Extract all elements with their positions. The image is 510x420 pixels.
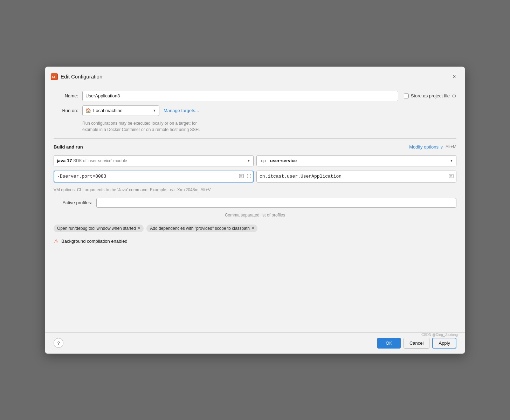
cancel-button[interactable]: Cancel: [404, 338, 429, 349]
bg-compilation-row: ⚠ Background compilation enabled: [54, 238, 456, 245]
vm-fullscreen-icon[interactable]: [246, 173, 252, 180]
apply-button[interactable]: Apply: [432, 338, 456, 349]
vm-expand-text-icon[interactable]: [238, 173, 244, 180]
tag-add-dependencies: Add dependencies with "provided" scope t…: [146, 225, 257, 232]
vm-options-input[interactable]: [54, 171, 254, 183]
tag-add-dependencies-label: Add dependencies with "provided" scope t…: [150, 226, 250, 231]
close-button[interactable]: ×: [449, 72, 459, 82]
run-on-label: Run on:: [54, 108, 78, 113]
tag-open-tool-window: Open run/debug tool window when started …: [54, 225, 144, 232]
build-run-header: Build and run Modify options ∨ Alt+M: [54, 144, 456, 150]
error-icon: ⚠: [54, 238, 58, 245]
name-store-row: Name: Store as project file ⚙: [54, 91, 456, 101]
help-button[interactable]: ?: [54, 338, 63, 348]
footer-buttons: OK Cancel Apply: [377, 338, 456, 349]
store-project-row: Store as project file ⚙: [404, 93, 456, 99]
edit-configuration-dialog: IJ Edit Configuration × Name: Store as p…: [45, 67, 465, 354]
main-class-input[interactable]: [256, 171, 456, 183]
dialog-body: Name: Store as project file ⚙ Run on: 🏠 …: [45, 85, 465, 332]
sdk-version: java 17: [57, 158, 72, 163]
dropdowns-row: java 17 SDK of 'user-service' module ▼ -…: [54, 155, 456, 166]
title-bar: IJ Edit Configuration ×: [45, 67, 465, 85]
run-on-row: Run on: 🏠 Local machine ▼ Manage targets…: [54, 105, 456, 116]
sdk-dropdown[interactable]: java 17 SDK of 'user-service' module ▼: [54, 155, 254, 166]
active-profiles-input[interactable]: [96, 198, 456, 208]
run-on-hint: Run configurations may be executed local…: [82, 120, 456, 133]
store-project-checkbox[interactable]: [404, 94, 409, 98]
cp-arrow-icon: ▼: [450, 159, 453, 163]
ok-button[interactable]: OK: [377, 338, 401, 349]
bg-compilation-text: Background compilation enabled: [61, 239, 127, 244]
vm-input-icons: [238, 173, 252, 180]
active-profiles-label: Active profiles:: [54, 200, 92, 205]
dialog-footer: ? OK Cancel Apply: [45, 332, 465, 353]
gear-icon[interactable]: ⚙: [452, 93, 456, 99]
tag-add-dependencies-close[interactable]: ×: [252, 226, 254, 230]
vm-options-row: [54, 171, 456, 183]
active-profiles-row: Active profiles:: [54, 198, 456, 208]
name-label: Name:: [54, 93, 78, 98]
app-icon: IJ: [51, 73, 58, 80]
name-input[interactable]: [82, 91, 398, 101]
run-on-dropdown[interactable]: 🏠 Local machine ▼: [82, 105, 159, 116]
main-class-wrapper: [256, 171, 456, 183]
name-section: Name:: [54, 91, 398, 101]
tag-open-tool-window-close[interactable]: ×: [138, 226, 140, 230]
home-icon: 🏠: [85, 108, 91, 113]
svg-text:IJ: IJ: [52, 75, 55, 79]
store-project-label: Store as project file: [411, 93, 450, 98]
tag-open-tool-window-label: Open run/debug tool window when started: [57, 226, 136, 231]
run-on-arrow-icon: ▼: [153, 109, 156, 112]
manage-targets-link[interactable]: Manage targets...: [164, 108, 199, 113]
watermark: CSDN @Ding_Jiaxiong: [421, 333, 458, 337]
vm-input-wrapper: [54, 171, 254, 183]
cp-value: user-service: [270, 158, 297, 163]
sdk-arrow-icon: ▼: [247, 159, 250, 163]
tags-row: Open run/debug tool window when started …: [54, 225, 456, 232]
build-run-title: Build and run: [54, 144, 83, 150]
profiles-hint: Comma separated list of profiles: [54, 213, 456, 218]
vm-options-hint: VM options. CLI arguments to the 'Java' …: [54, 187, 456, 192]
modify-options-area: Modify options ∨ Alt+M: [409, 144, 456, 150]
cp-prefix: -cp: [260, 158, 266, 163]
sdk-module: SDK of 'user-service' module: [73, 158, 127, 163]
main-class-expand-icon[interactable]: [449, 173, 454, 179]
run-on-value: Local machine: [93, 108, 123, 113]
cp-dropdown[interactable]: -cp user-service ▼: [256, 155, 456, 166]
dialog-title: Edit Configuration: [61, 74, 447, 80]
modify-options-button[interactable]: Modify options ∨: [409, 144, 443, 150]
alt-m-hint: Alt+M: [446, 144, 456, 149]
divider: [54, 138, 456, 139]
